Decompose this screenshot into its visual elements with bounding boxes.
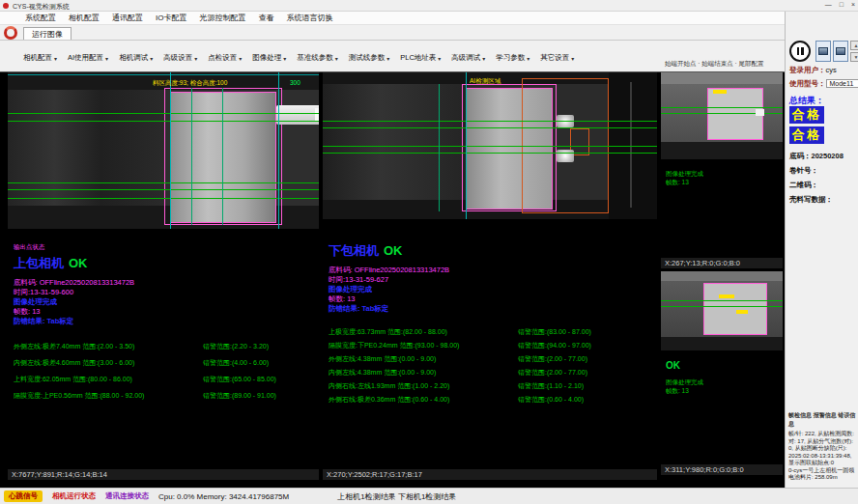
toolbar-item[interactable]: 相机配置▾ bbox=[23, 53, 57, 63]
left-result-text: 输出点状态 上包相机OK 底料码: OFFline202502081331347… bbox=[14, 242, 315, 404]
tab-run-image[interactable]: 运行图像 bbox=[23, 27, 72, 41]
toolbar-item[interactable]: 高级调试▾ bbox=[451, 53, 485, 63]
menu-item[interactable]: 系统配置 bbox=[25, 13, 56, 23]
trigger-config-note: 始端开始点 · 始端结束点 · 尾部配置 bbox=[665, 60, 764, 69]
toolbar-item[interactable]: 相机调试▾ bbox=[119, 53, 153, 63]
edge-line bbox=[222, 88, 223, 225]
chevron-down-icon: ▾ bbox=[482, 55, 485, 62]
model-select[interactable]: Mode11 bbox=[826, 79, 858, 88]
dark-bottom bbox=[661, 337, 783, 350]
menu-item[interactable]: IO卡配置 bbox=[156, 13, 186, 23]
menu-item[interactable]: 相机配置 bbox=[69, 13, 100, 23]
bright-spot bbox=[756, 109, 764, 116]
info-fields: 底码：20250208 卷针号： 二维码： 壳料写数据： bbox=[789, 149, 856, 207]
camera-status-line: 下包相机OK bbox=[329, 242, 653, 260]
camera-image-left[interactable]: 料区高度:93; 检合高度:100 300 bbox=[8, 72, 319, 229]
toolbar-item[interactable]: 测试线参数▾ bbox=[349, 53, 390, 63]
camera-view-center: AI检测区域 下包相机OK 底料码: OFFline20250208133134… bbox=[323, 72, 657, 480]
toolbar-item[interactable]: 学习参数▾ bbox=[496, 53, 529, 63]
toolbar-item[interactable]: 其它设置▾ bbox=[540, 53, 574, 63]
toolbar-item[interactable]: PLC地址表▾ bbox=[400, 53, 441, 63]
camera-name: 上包相机 bbox=[14, 256, 64, 270]
frame-info-header: 帧检信息 报警信息 错误信息 bbox=[788, 411, 856, 429]
chevron-down-icon: ▾ bbox=[386, 55, 389, 62]
measure-line bbox=[8, 182, 319, 183]
pause-button[interactable] bbox=[789, 41, 811, 62]
menu-item[interactable]: 查看 bbox=[258, 13, 273, 23]
process-line: 图像处理完成 bbox=[329, 285, 653, 294]
down-button[interactable]: ▼ bbox=[850, 52, 858, 62]
toolbar-item[interactable]: 基准线参数▾ bbox=[297, 53, 338, 63]
measurement-row: 上极宽度:63.73mm 范围:(82.00 - 88.00)错警范围:(83.… bbox=[329, 325, 653, 339]
menu-item[interactable]: 通讯配置 bbox=[112, 13, 143, 23]
measurement-list: 上极宽度:63.73mm 范围:(82.00 - 88.00)错警范围:(83.… bbox=[329, 325, 653, 406]
ok-status: OK bbox=[384, 243, 403, 258]
edge-line bbox=[466, 72, 467, 219]
chevron-down-icon: ▾ bbox=[150, 55, 153, 62]
barcode-line: 底料码: OFFline2025020813313472B bbox=[329, 266, 653, 275]
close-button[interactable]: × bbox=[851, 1, 855, 8]
cursor-coordinates: X:311;Y:980;R:0;G:0;B:0 bbox=[661, 464, 783, 475]
camera-status-line: 上包相机OK bbox=[14, 255, 315, 272]
overlay-value: 300 bbox=[290, 79, 300, 86]
time-line: 时间:13-31-59-600 bbox=[14, 288, 315, 297]
aux-text-lines: 图像处理完成帧数: 13 bbox=[666, 378, 703, 395]
camera-image-aux-bottom[interactable] bbox=[661, 271, 783, 350]
info-panel: ▲ ▼ 登录用户：cys 使用型号：Mode11 总结果： 合格合格 底码：20… bbox=[785, 12, 858, 488]
machine-texture bbox=[8, 90, 164, 206]
gripper-tip bbox=[315, 108, 319, 121]
camera-toggle-button[interactable] bbox=[815, 41, 831, 62]
measurement-row: 隔膜宽度:上PE0.56mm 范围:(88.00 - 92.00)错警范围:(8… bbox=[14, 387, 315, 404]
edge-line bbox=[170, 72, 171, 229]
up-button[interactable]: ▲ bbox=[850, 41, 858, 50]
measurement-row: 内侧右线:左线1.93mm 范围:(1.00 - 2.20)错警范围:(1.10… bbox=[329, 379, 653, 393]
info-field: 二维码： bbox=[789, 178, 856, 192]
frame-info-line: 0-cys一号上左相机一圆领 bbox=[788, 467, 856, 475]
chevron-down-icon: ▾ bbox=[571, 55, 574, 62]
app-icon bbox=[3, 3, 9, 9]
chevron-down-icon: ▾ bbox=[283, 55, 286, 62]
header-zone: 运行图像 相机配置▾ AI使用配置▾ 相机调试▾ 高级设置▾ 点检设置▾ bbox=[0, 25, 785, 72]
info-field: 底码：20250208 bbox=[789, 149, 856, 163]
measure-line bbox=[323, 153, 657, 154]
chevron-down-icon: ▾ bbox=[194, 55, 197, 62]
cpu-memory-text: Cpu: 0.0% Memory: 3424.41796875M bbox=[158, 492, 289, 501]
result-line: 防错结果: Tab标定 bbox=[14, 317, 315, 326]
time-line: 时间:13-31-59-627 bbox=[329, 275, 653, 285]
machine-band bbox=[661, 271, 783, 281]
cursor-coordinates: X:7677;Y:891;R:14;G:14;B:14 bbox=[8, 469, 319, 480]
center-result-text: 下包相机OK 底料码: OFFline2025020813313472B 时间:… bbox=[329, 242, 653, 406]
toolbar-item[interactable]: 点检设置▾ bbox=[208, 53, 242, 63]
monitor-toggle-button[interactable] bbox=[833, 41, 848, 62]
measure-line bbox=[8, 198, 319, 199]
camera-icon bbox=[818, 47, 828, 55]
cursor-coordinates: X:267;Y:13;R:0;G:0;B:0 bbox=[661, 258, 783, 268]
frame-info-block: 帧检信息 报警信息 错误信息 帧/针: 222, 从贴检测阅数:对: 17, 从… bbox=[788, 411, 856, 482]
toolbar-item[interactable]: AI使用配置▾ bbox=[68, 53, 108, 63]
material-slab bbox=[170, 92, 276, 223]
minimize-button[interactable]: — bbox=[825, 1, 832, 8]
maximize-button[interactable]: □ bbox=[840, 1, 844, 8]
measurement-row: 外侧右线:极差0.36mm 范围:(0.60 - 4.00)错警范围:(0.60… bbox=[329, 393, 653, 406]
menu-item[interactable]: 系统语言切换 bbox=[286, 13, 332, 23]
frame-info-line: 显示图联贴始点:0 bbox=[788, 460, 856, 467]
model-label: 使用型号： bbox=[789, 79, 826, 88]
overall-result-badge: 合格 bbox=[789, 106, 824, 124]
measure-line bbox=[8, 121, 319, 122]
ok-status: OK bbox=[69, 256, 88, 270]
aux-line: 帧数: 13 bbox=[666, 386, 703, 395]
frame-info-line: 0, 从贴图断分缺陷(只): bbox=[788, 445, 856, 453]
measure-line bbox=[323, 121, 657, 122]
camera-image-aux-top[interactable] bbox=[661, 72, 783, 159]
toolbar-item[interactable]: 高级设置▾ bbox=[163, 53, 197, 63]
toolbar-item[interactable]: 图像处理▾ bbox=[252, 53, 286, 63]
measurement-row: 内侧左线:极差4.60mm 范围:(3.00 - 6.00)错警范围:(4.00… bbox=[14, 354, 315, 371]
gripper-part bbox=[276, 105, 319, 125]
menu-item[interactable]: 光源控制配置 bbox=[199, 13, 245, 23]
dark-bottom bbox=[661, 142, 783, 159]
camera-status-text: 相机运行状态 bbox=[52, 491, 96, 501]
aux-line: 图像处理完成 bbox=[666, 378, 703, 386]
frame-line: 帧数: 13 bbox=[329, 294, 653, 304]
frame-line: 帧数: 13 bbox=[14, 307, 315, 317]
camera-image-center[interactable]: AI检测区域 bbox=[323, 72, 657, 219]
